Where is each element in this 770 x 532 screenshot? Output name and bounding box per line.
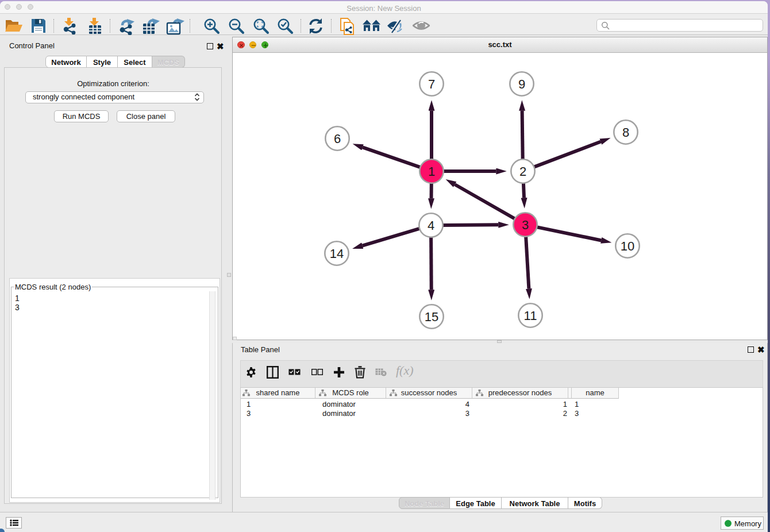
svg-text:7: 7 xyxy=(428,77,435,91)
svg-text:3: 3 xyxy=(522,218,529,232)
svg-text:15: 15 xyxy=(425,310,438,324)
svg-text:9: 9 xyxy=(518,77,525,91)
svg-text:11: 11 xyxy=(524,309,537,323)
svg-text:6: 6 xyxy=(334,132,341,146)
svg-text:2: 2 xyxy=(519,164,526,179)
svg-text:1: 1 xyxy=(428,164,435,179)
svg-text:8: 8 xyxy=(622,125,629,140)
svg-text:10: 10 xyxy=(621,239,634,253)
svg-text:4: 4 xyxy=(428,218,434,233)
svg-text:14: 14 xyxy=(330,246,344,261)
